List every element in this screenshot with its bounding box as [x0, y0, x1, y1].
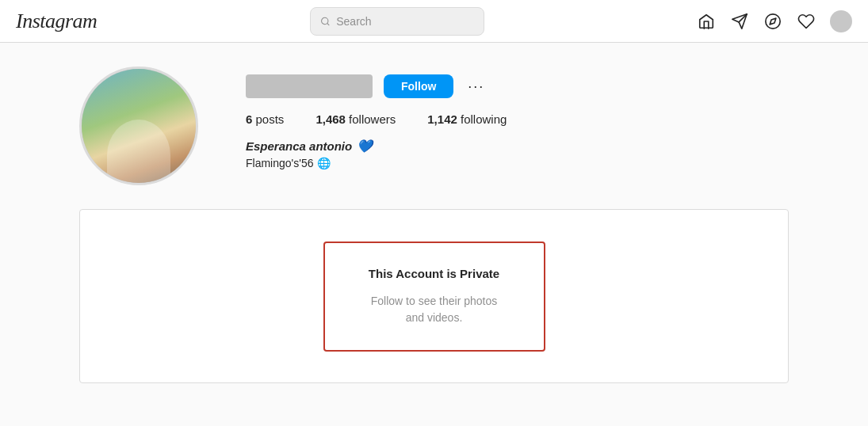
- private-card: This Account is Private Follow to see th…: [323, 242, 545, 352]
- private-body: Follow to see their photos and videos.: [365, 293, 504, 326]
- posts-stat: 6 posts: [246, 112, 284, 126]
- follow-button[interactable]: Follow: [384, 74, 453, 98]
- followers-stat: 1,468 followers: [315, 112, 396, 126]
- private-box: This Account is Private Follow to see th…: [79, 209, 789, 383]
- bio-emoji: 🌐: [317, 157, 331, 169]
- search-bar[interactable]: [310, 7, 484, 36]
- profile-section: Follow ··· 6 posts 1,468 followers 1,142…: [63, 67, 805, 209]
- username-box: [246, 74, 373, 98]
- profile-name: Esperanca antonio 💙: [246, 139, 789, 154]
- avatar-image: [82, 69, 196, 183]
- avatar-container: [79, 67, 198, 185]
- nav-icons: [697, 10, 852, 32]
- private-section: This Account is Private Follow to see th…: [63, 209, 805, 407]
- profile-info: Follow ··· 6 posts 1,468 followers 1,142…: [246, 67, 789, 169]
- search-icon: [320, 16, 331, 27]
- svg-point-2: [766, 13, 780, 28]
- svg-marker-3: [770, 18, 776, 25]
- search-input[interactable]: [336, 15, 473, 28]
- heart-icon[interactable]: [797, 12, 816, 31]
- instagram-logo: Instagram: [16, 10, 97, 33]
- private-title: This Account is Private: [365, 267, 504, 280]
- profile-stats: 6 posts 1,468 followers 1,142 following: [246, 112, 789, 126]
- profile-avatar: [79, 67, 198, 185]
- svg-line-1: [327, 23, 328, 25]
- profile-bio: Flamingo's'56 🌐: [246, 157, 789, 169]
- home-icon[interactable]: [697, 12, 716, 31]
- user-avatar[interactable]: [830, 10, 852, 32]
- following-stat: 1,142 following: [427, 112, 507, 126]
- send-icon[interactable]: [730, 12, 749, 31]
- name-emoji: 💙: [357, 139, 373, 154]
- more-options-button[interactable]: ···: [465, 76, 488, 97]
- profile-header-row: Follow ···: [246, 74, 789, 98]
- compass-icon[interactable]: [763, 12, 782, 31]
- navbar: Instagram: [0, 0, 868, 43]
